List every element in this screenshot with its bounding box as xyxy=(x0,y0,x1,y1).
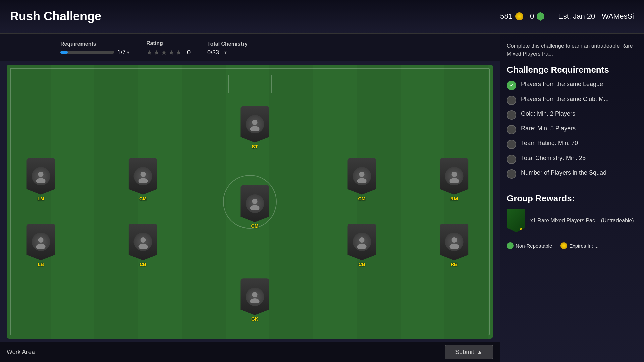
shield-icon xyxy=(537,12,544,21)
svg-point-7 xyxy=(250,205,260,210)
player-card-cm3[interactable]: CM xyxy=(347,158,376,201)
req-indicator-gold xyxy=(507,110,516,120)
progress-bar-container xyxy=(60,51,114,54)
top-goal-box xyxy=(228,75,272,93)
req-indicator-same-club xyxy=(507,96,516,105)
card-position-label: LB xyxy=(38,262,44,267)
requirements-list: Players from the same League Players fro… xyxy=(507,80,637,179)
card-avatar xyxy=(134,233,152,251)
card-position-label: RM xyxy=(450,196,458,201)
rating-control: ★ ★ ★ ★ ★ 0 xyxy=(146,48,191,56)
svg-point-16 xyxy=(359,237,365,243)
svg-point-21 xyxy=(250,298,260,303)
group-rewards-title: Group Rewards: xyxy=(507,193,637,204)
player-card-gk[interactable]: GK xyxy=(240,278,269,322)
svg-point-9 xyxy=(357,178,367,183)
player-card-st[interactable]: ST xyxy=(240,106,269,149)
non-repeatable-icon xyxy=(507,242,514,249)
card-position-label: RB xyxy=(451,262,458,267)
svg-point-8 xyxy=(359,172,365,177)
card-avatar xyxy=(134,167,152,185)
player-card-cm1[interactable]: CM xyxy=(129,158,157,201)
req-indicator-same-league xyxy=(507,81,516,90)
card-avatar xyxy=(246,115,264,133)
requirement-item-rare: Rare: Min. 5 Players xyxy=(507,124,637,134)
svg-point-11 xyxy=(449,178,459,183)
progress-bar-fill xyxy=(60,51,68,54)
card-position-label: CB xyxy=(358,262,365,267)
card-body xyxy=(26,224,55,260)
chevron-down-icon[interactable]: ▾ xyxy=(127,50,129,55)
req-text-same-league: Players from the same League xyxy=(521,80,603,88)
player-card-cb1[interactable]: CB xyxy=(129,224,157,267)
card-body xyxy=(240,278,269,315)
player-avatar-icon xyxy=(136,170,150,183)
work-area-label: Work Area xyxy=(7,349,35,356)
player-avatar-icon xyxy=(34,170,48,183)
submit-label: Submit xyxy=(455,349,474,356)
header-divider xyxy=(551,10,551,23)
rating-value: 0 xyxy=(187,49,191,56)
player-card-cm2[interactable]: CM xyxy=(240,185,269,229)
svg-point-1 xyxy=(250,126,260,131)
svg-point-18 xyxy=(451,237,457,243)
svg-point-13 xyxy=(36,244,46,249)
non-repeatable-text: Non-Repeatable xyxy=(516,243,552,249)
reward-card-thumb: //T xyxy=(507,209,525,232)
header-right: 581 0 Est. Jan 20 WAMesSi xyxy=(500,10,634,23)
card-body xyxy=(347,158,376,195)
req-indicator-team-rating xyxy=(507,140,516,149)
requirement-item-team-rating: Team Rating: Min. 70 xyxy=(507,139,637,149)
reward-description: x1 Rare Mixed Players Pac... (Untradeabl… xyxy=(530,217,634,224)
player-avatar-icon xyxy=(355,235,369,249)
req-text-total-chemistry: Total Chemistry: Min. 25 xyxy=(521,154,586,162)
card-avatar xyxy=(246,288,264,306)
card-body xyxy=(240,106,269,143)
card-avatar xyxy=(353,167,371,185)
req-section-rating: Rating ★ ★ ★ ★ ★ 0 xyxy=(146,40,191,56)
username: WAMesSi xyxy=(602,12,634,21)
card-position-label: ST xyxy=(252,144,258,149)
submit-button[interactable]: Submit ▲ xyxy=(445,345,493,359)
requirement-item-squad-players: Number of Players in the Squad xyxy=(507,169,637,179)
player-card-cb2[interactable]: CB xyxy=(347,224,376,267)
card-avatar xyxy=(246,194,264,213)
card-body xyxy=(129,224,157,260)
coin-icon xyxy=(515,12,523,20)
star-2: ★ xyxy=(154,48,160,56)
card-position-label: CM xyxy=(139,196,147,201)
chemistry-chevron-icon[interactable]: ▾ xyxy=(224,50,227,55)
main-layout: Requirements 1/7 ▾ Rating ★ ★ xyxy=(0,34,644,362)
tokens-display: 0 xyxy=(530,12,544,21)
challenge-requirements-title: Challenge Requirements xyxy=(507,65,637,75)
reward-card-text: //T xyxy=(520,227,524,231)
stars-display: ★ ★ ★ ★ ★ xyxy=(146,48,182,56)
svg-point-19 xyxy=(449,244,459,249)
svg-point-15 xyxy=(138,244,148,249)
req-progress-text: 1/7 xyxy=(117,49,126,56)
right-panel: Complete this challenge to earn an untra… xyxy=(500,34,644,362)
panel-intro: Complete this challenge to earn an untra… xyxy=(507,42,637,58)
req-text-gold: Gold: Min. 2 Players xyxy=(521,110,575,118)
player-card-rb[interactable]: RB xyxy=(440,224,469,267)
svg-point-0 xyxy=(252,120,258,125)
card-body xyxy=(440,224,469,260)
requirement-item-total-chemistry: Total Chemistry: Min. 25 xyxy=(507,154,637,164)
player-card-lm[interactable]: LM xyxy=(26,158,55,201)
player-card-lb[interactable]: LB xyxy=(26,224,55,267)
reward-item-0: //T x1 Rare Mixed Players Pac... (Untrad… xyxy=(507,209,637,232)
card-position-label: LM xyxy=(37,196,44,201)
non-repeatable-badge: Non-Repeatable xyxy=(507,242,552,249)
star-3: ★ xyxy=(161,48,167,56)
svg-point-10 xyxy=(451,172,457,177)
expires-text: Expires In: ... xyxy=(569,243,599,249)
svg-point-20 xyxy=(252,292,258,297)
req-value: 1/7 ▾ xyxy=(117,49,129,56)
card-avatar xyxy=(32,233,50,251)
player-avatar-icon xyxy=(248,118,262,131)
panel-footer: Non-Repeatable Expires In: ... xyxy=(507,242,637,249)
tokens-value: 0 xyxy=(530,12,534,21)
player-card-rm[interactable]: RM xyxy=(440,158,469,201)
player-avatar-icon xyxy=(447,235,461,249)
chemistry-label: Total Chemistry xyxy=(207,41,248,47)
